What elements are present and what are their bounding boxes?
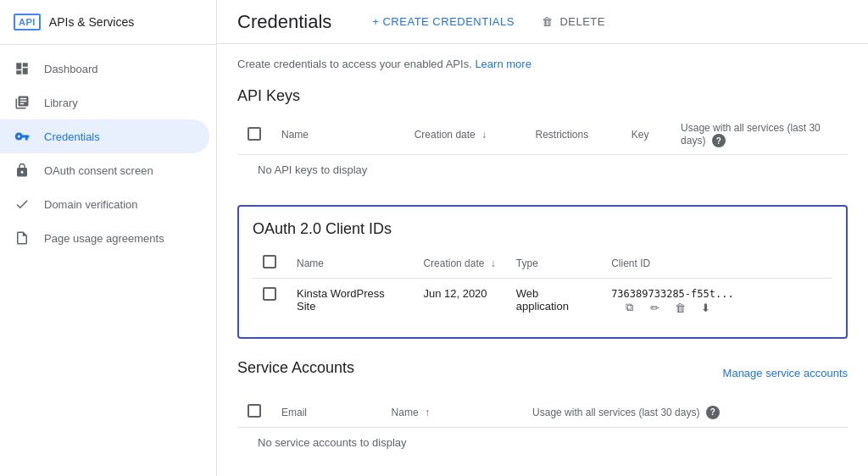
sidebar-item-library-label: Library: [44, 97, 78, 109]
oauth-row-checkbox[interactable]: [263, 287, 276, 301]
library-icon: [14, 94, 31, 111]
service-accounts-title: Service Accounts: [237, 359, 354, 377]
info-text: Create credentials to access your enable…: [237, 58, 472, 70]
oauth-row-actions: ⧉ ✏ 🗑 ⬇: [621, 300, 713, 315]
api-keys-col-restrictions: Restrictions: [526, 115, 621, 155]
oauth-col-creation-date[interactable]: Creation date ↓: [413, 248, 505, 279]
sa-col-usage: Usage with all services (last 30 days) ?: [522, 397, 848, 428]
download-icon[interactable]: ⬇: [698, 300, 713, 315]
oauth-col-type: Type: [506, 248, 601, 279]
sa-no-data-row: No service accounts to display: [237, 428, 848, 458]
sa-col-checkbox: [237, 397, 271, 428]
api-keys-col-usage: Usage with all services (last 30 days) ?: [670, 115, 848, 155]
sa-no-data-text: No service accounts to display: [248, 426, 417, 459]
oauth-icon: [14, 162, 31, 179]
create-credentials-label: + CREATE CREDENTIALS: [372, 15, 515, 28]
oauth-creation-date-label: Creation date: [423, 257, 484, 269]
key-icon: [14, 128, 31, 145]
oauth-title: OAuth 2.0 Client IDs: [253, 220, 832, 238]
api-keys-no-data-text: No API keys to display: [248, 153, 377, 186]
oauth-col-client-id: Client ID: [601, 248, 832, 279]
api-keys-no-data-row: No API keys to display: [237, 155, 848, 185]
api-keys-col-checkbox: [237, 115, 271, 155]
delete-trash-icon: 🗑: [542, 15, 554, 28]
oauth-table-header: Name Creation date ↓ Type Client ID: [253, 248, 832, 279]
api-keys-table-header: Name Creation date ↓ Restrictions Key Us…: [237, 115, 848, 155]
manage-service-accounts-link[interactable]: Manage service accounts: [723, 367, 848, 379]
oauth-col-checkbox: [253, 248, 287, 279]
oauth-row-checkbox-cell: [253, 279, 287, 324]
delete-button[interactable]: 🗑 DELETE: [535, 10, 612, 33]
sa-name-label: Name: [392, 407, 419, 418]
sidebar-title: APIs & Services: [49, 15, 134, 29]
copy-icon[interactable]: ⧉: [621, 300, 637, 315]
oauth-row-name: Kinsta WordPress Site: [287, 279, 413, 324]
delete-label: DELETE: [559, 15, 605, 28]
edit-icon[interactable]: ✏: [647, 300, 662, 315]
main-body: Create credentials to access your enable…: [217, 44, 868, 476]
sidebar-item-domain-label: Domain verification: [44, 198, 138, 211]
sidebar-item-dashboard-label: Dashboard: [44, 63, 98, 75]
oauth-col-name: Name: [287, 248, 413, 279]
sort-desc-icon: ↓: [481, 129, 487, 141]
sidebar: API APIs & Services Dashboard Library Cr…: [0, 0, 217, 476]
sa-usage-help-icon[interactable]: ?: [706, 406, 720, 419]
sa-col-email: Email: [271, 397, 381, 428]
api-keys-creation-date-label: Creation date: [415, 129, 476, 141]
sa-usage-label: Usage with all services (last 30 days): [532, 406, 699, 418]
info-bar: Create credentials to access your enable…: [237, 58, 848, 70]
api-keys-usage-help-icon[interactable]: ?: [712, 134, 726, 147]
sidebar-item-library[interactable]: Library: [0, 86, 209, 119]
client-id-value: 736389733285-f55t...: [611, 288, 734, 300]
oauth-table: Name Creation date ↓ Type Client ID: [253, 248, 832, 324]
service-accounts-section: Service Accounts Manage service accounts…: [237, 359, 848, 457]
sidebar-nav: Dashboard Library Credentials OAuth cons…: [0, 45, 216, 255]
sidebar-item-oauth-label: OAuth consent screen: [44, 164, 153, 177]
service-accounts-table-header: Email Name ↑ Usage with all services (la…: [237, 397, 848, 428]
create-credentials-button[interactable]: + CREATE CREDENTIALS: [365, 10, 521, 33]
oauth-header-checkbox[interactable]: [263, 255, 276, 268]
api-keys-title: API Keys: [237, 87, 848, 105]
oauth-row-creation-date: Jun 12, 2020: [413, 279, 505, 324]
api-keys-col-key: Key: [621, 115, 670, 155]
oauth-row-type: Web application: [506, 279, 601, 324]
main-content: Credentials + CREATE CREDENTIALS 🗑 DELET…: [217, 0, 868, 476]
api-keys-col-creation-date[interactable]: Creation date ↓: [404, 115, 526, 155]
dashboard-icon: [14, 60, 31, 77]
page-title: Credentials: [237, 11, 331, 33]
sidebar-header: API APIs & Services: [0, 0, 216, 45]
table-row: Kinsta WordPress Site Jun 12, 2020 Web a…: [253, 279, 832, 324]
sidebar-item-credentials[interactable]: Credentials: [0, 119, 209, 153]
sidebar-item-oauth[interactable]: OAuth consent screen: [0, 153, 209, 187]
api-keys-col-name: Name: [271, 115, 404, 155]
delete-row-icon[interactable]: 🗑: [672, 300, 687, 315]
oauth-section: OAuth 2.0 Client IDs Name Creation date …: [237, 205, 848, 339]
api-logo: API: [14, 14, 41, 30]
sidebar-item-dashboard[interactable]: Dashboard: [0, 52, 209, 86]
api-keys-table: Name Creation date ↓ Restrictions Key Us…: [237, 115, 848, 185]
sa-sort-asc-icon: ↑: [425, 407, 430, 418]
service-accounts-header-row: Service Accounts Manage service accounts: [237, 359, 848, 387]
api-keys-section: API Keys Name Creation date ↓ Restrictio…: [237, 87, 848, 185]
api-keys-usage-label: Usage with all services (last 30 days): [681, 122, 821, 147]
api-keys-header-checkbox[interactable]: [248, 127, 261, 141]
oauth-sort-icon: ↓: [491, 257, 496, 269]
sidebar-item-credentials-label: Credentials: [44, 130, 100, 143]
sidebar-item-page-usage-label: Page usage agreements: [44, 232, 164, 245]
learn-more-link[interactable]: Learn more: [475, 58, 531, 70]
domain-icon: [14, 196, 31, 213]
sa-header-checkbox[interactable]: [248, 404, 261, 418]
sidebar-item-domain[interactable]: Domain verification: [0, 187, 209, 221]
main-header: Credentials + CREATE CREDENTIALS 🗑 DELET…: [217, 0, 868, 44]
oauth-row-client-id: 736389733285-f55t... ⧉ ✏ 🗑 ⬇: [601, 279, 832, 324]
service-accounts-table: Email Name ↑ Usage with all services (la…: [237, 397, 848, 457]
page-icon: [14, 230, 31, 246]
sa-col-name[interactable]: Name ↑: [381, 397, 522, 428]
sidebar-item-page-usage[interactable]: Page usage agreements: [0, 221, 209, 255]
